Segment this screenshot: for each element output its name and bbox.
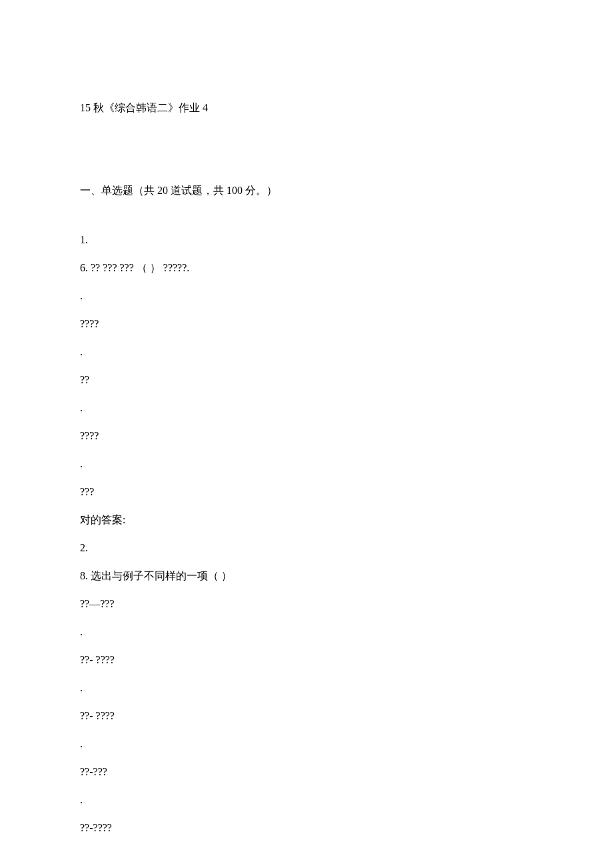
question-number: 2. xyxy=(80,540,533,556)
option-c: ???? xyxy=(80,428,533,444)
option-marker: . xyxy=(80,624,533,640)
option-marker: . xyxy=(80,680,533,696)
question-stem: 6. ?? ??? ??? （ ） ?????. xyxy=(80,260,533,276)
question-example: ??—??? xyxy=(80,596,533,612)
question-1: 1. 6. ?? ??? ??? （ ） ?????. . ???? . ?? … xyxy=(80,232,533,528)
document-title: 15 秋《综合韩语二》作业 4 xyxy=(80,100,533,116)
option-marker: . xyxy=(80,736,533,752)
option-c: ??-??? xyxy=(80,764,533,780)
option-marker: . xyxy=(80,400,533,416)
option-a: ???? xyxy=(80,316,533,332)
option-marker: . xyxy=(80,344,533,360)
question-number: 1. xyxy=(80,232,533,248)
answer-label: 对的答案: xyxy=(80,512,533,528)
option-marker: . xyxy=(80,792,533,808)
option-marker: . xyxy=(80,456,533,472)
option-marker: . xyxy=(80,288,533,304)
option-d: ??-???? xyxy=(80,820,533,836)
question-stem: 8. 选出与例子不同样的一项（ ） xyxy=(80,568,533,584)
option-a: ??- ???? xyxy=(80,652,533,668)
section-header: 一、单选题（共 20 道试题，共 100 分。） xyxy=(80,183,533,199)
option-d: ??? xyxy=(80,484,533,500)
option-b: ?? xyxy=(80,372,533,388)
question-2: 2. 8. 选出与例子不同样的一项（ ） ??—??? . ??- ???? .… xyxy=(80,540,533,836)
option-b: ??- ???? xyxy=(80,708,533,724)
